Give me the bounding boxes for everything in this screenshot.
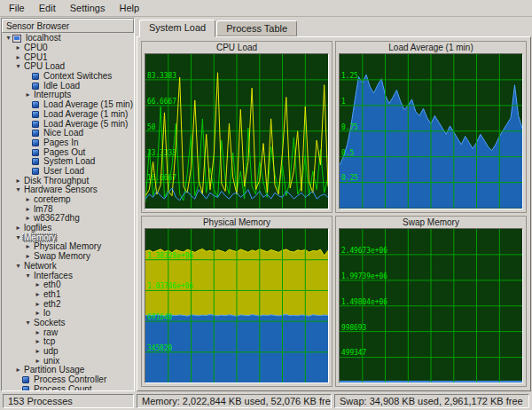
expander-open-icon[interactable]: ▾ xyxy=(14,234,22,241)
expander-closed-icon[interactable]: ▸ xyxy=(24,215,32,222)
expander-open-icon[interactable]: ▾ xyxy=(24,319,32,327)
tree-item-udp[interactable]: ▸udp xyxy=(2,347,134,357)
sensor-icon xyxy=(32,121,39,128)
tree-item-coretemp[interactable]: ▸coretemp xyxy=(2,195,134,205)
expander-open-icon[interactable]: ▾ xyxy=(14,63,22,70)
tree-item-label: Load Average (5 min) xyxy=(42,120,129,129)
expander-closed-icon[interactable]: ▸ xyxy=(24,253,32,260)
expander-closed-icon[interactable]: ▸ xyxy=(14,177,22,185)
chart-physical-memory: Physical Memory1.38328e+061.03746e+06691… xyxy=(141,216,332,388)
expander-open-icon[interactable]: ▾ xyxy=(14,263,22,270)
tree-item-lo[interactable]: ▸lo xyxy=(2,309,134,319)
tree-item-label: CPU0 xyxy=(22,43,50,52)
chart-title-load-average-1min: Load Average (1 min) xyxy=(339,43,523,53)
tree-item-eth1[interactable]: ▸eth1 xyxy=(2,290,134,300)
tree-item-context-switches[interactable]: Context Switches xyxy=(2,72,134,82)
expander-closed-icon[interactable]: ▸ xyxy=(34,329,42,336)
chart-plot-swap-memory[interactable]: 2.49673e+061.99739e+061.49804e+069986934… xyxy=(339,228,523,384)
tab-system-load[interactable]: System Load xyxy=(139,20,215,37)
tree-item-raw[interactable]: ▸raw xyxy=(2,327,134,337)
status-process-count: 153 Processes xyxy=(3,394,134,408)
tree-item-process-count[interactable]: Process Count xyxy=(2,384,134,390)
tree-item-cpu0[interactable]: ▸CPU0 xyxy=(2,43,134,53)
tree-item-logfiles[interactable]: ▸logfiles xyxy=(2,224,134,233)
tree-item-cpu1[interactable]: ▸CPU1 xyxy=(2,52,134,62)
tree-item-label: Disk Throughput xyxy=(22,177,90,185)
tree-item-label: Sockets xyxy=(32,319,67,327)
expander-closed-icon[interactable]: ▸ xyxy=(34,338,42,345)
tree-item-sockets[interactable]: ▾Sockets xyxy=(2,319,134,328)
sensor-icon xyxy=(32,168,39,175)
menu-settings[interactable]: Settings xyxy=(63,1,113,15)
tree-item-swap-memory[interactable]: ▸Swap Memory xyxy=(2,252,134,262)
tree-item-label: Partition Usage xyxy=(22,366,86,375)
swap-memory-chart-svg: 2.49673e+061.99739e+061.49804e+069986934… xyxy=(340,229,522,383)
expander-open-icon[interactable]: ▾ xyxy=(4,35,12,42)
tree-item-pages-in[interactable]: Pages In xyxy=(2,138,134,148)
menu-edit[interactable]: Edit xyxy=(32,1,63,15)
tree-item-network[interactable]: ▾Network xyxy=(2,262,134,272)
tree-item-label: localhost xyxy=(24,34,62,43)
tree-item-user-load[interactable]: User Load xyxy=(2,167,134,177)
expander-closed-icon[interactable]: ▸ xyxy=(34,348,42,355)
tree-item-interfaces[interactable]: ▾Interfaces xyxy=(2,271,134,280)
load-average-1min-chart-svg: 1.2510.750.50.25 xyxy=(340,54,522,209)
tree-item-label: logfiles xyxy=(22,224,53,233)
tree-item-label: Process Controller xyxy=(32,375,108,384)
tree-item-nice-load[interactable]: Nice Load xyxy=(2,129,134,138)
tree-item-load-average-15-min[interactable]: Load Average (15 min) xyxy=(2,100,134,110)
expander-closed-icon[interactable]: ▸ xyxy=(34,301,42,308)
tree-item-label: System Load xyxy=(42,157,97,166)
tree-item-eth0[interactable]: ▸eth0 xyxy=(2,280,134,290)
menu-file[interactable]: File xyxy=(2,1,32,15)
expander-open-icon[interactable]: ▾ xyxy=(24,272,32,280)
expander-open-icon[interactable]: ▾ xyxy=(14,186,22,193)
sensor-icon xyxy=(32,139,39,146)
tree-item-label: Memory xyxy=(22,233,58,242)
tree-item-label: Pages Out xyxy=(42,148,87,157)
tree-item-tcp[interactable]: ▸tcp xyxy=(2,337,134,347)
sensor-icon xyxy=(22,376,29,383)
status-swap: Swap: 34,908 KB used, 2,961,172 KB free xyxy=(334,394,529,408)
expander-closed-icon[interactable]: ▸ xyxy=(14,225,22,232)
expander-closed-icon[interactable]: ▸ xyxy=(14,54,22,61)
menu-help[interactable]: Help xyxy=(112,1,146,15)
tree-item-load-average-1-min[interactable]: Load Average (1 min) xyxy=(2,110,134,120)
tree-item-process-controller[interactable]: Process Controller xyxy=(2,375,134,385)
chart-plot-physical-memory[interactable]: 1.38328e+061.03746e+06691640345820 xyxy=(145,228,329,384)
tree-item-label: Interrupts xyxy=(32,91,73,99)
expander-closed-icon[interactable]: ▸ xyxy=(24,91,32,99)
expander-closed-icon[interactable]: ▸ xyxy=(24,206,32,213)
sensor-browser-title: Sensor Browser xyxy=(2,19,134,33)
expander-closed-icon[interactable]: ▸ xyxy=(24,196,32,203)
tree-item-label: Swap Memory xyxy=(32,252,92,261)
expander-closed-icon[interactable]: ▸ xyxy=(34,358,42,365)
expander-closed-icon[interactable]: ▸ xyxy=(34,281,42,288)
chart-title-physical-memory: Physical Memory xyxy=(145,217,329,228)
tree-item-w83627dhg[interactable]: ▸w83627dhg xyxy=(2,214,134,224)
computer-icon xyxy=(12,35,21,43)
tree-item-label: tcp xyxy=(42,337,57,346)
tab-process-table[interactable]: Process Table xyxy=(216,20,297,36)
expander-closed-icon[interactable]: ▸ xyxy=(14,44,22,51)
tree-item-localhost[interactable]: ▾localhost xyxy=(2,34,134,43)
tree-item-label: coretemp xyxy=(32,195,73,204)
system-load-worksheet: CPU Load83.338366.66675033.333316.6667Lo… xyxy=(137,36,531,391)
expander-closed-icon[interactable]: ▸ xyxy=(14,367,22,374)
expander-closed-icon[interactable]: ▸ xyxy=(34,291,42,298)
tree-item-eth2[interactable]: ▸eth2 xyxy=(2,299,134,309)
menu-bar: FileEditSettingsHelp xyxy=(0,0,532,17)
tree-item-label: CPU1 xyxy=(22,53,50,62)
tree-item-label: Network xyxy=(22,262,59,271)
expander-closed-icon[interactable]: ▸ xyxy=(24,243,32,250)
tree-item-label: eth0 xyxy=(42,280,62,289)
chart-plot-load-average-1min[interactable]: 1.2510.750.50.25 xyxy=(339,53,523,209)
chart-plot-cpu-load[interactable]: 83.338366.66675033.333316.6667 xyxy=(145,53,329,209)
cpu-load-chart-svg: 83.338366.66675033.333316.6667 xyxy=(145,54,328,209)
expander-closed-icon[interactable]: ▸ xyxy=(34,310,42,317)
tree-item-label: Physical Memory xyxy=(32,242,103,251)
tree-item-label: Context Switches xyxy=(42,72,113,81)
sensor-icon xyxy=(32,101,39,108)
y-tick-label: 1.99739e+06 xyxy=(341,271,387,280)
y-tick-label: 1.38328e+06 xyxy=(147,250,193,259)
